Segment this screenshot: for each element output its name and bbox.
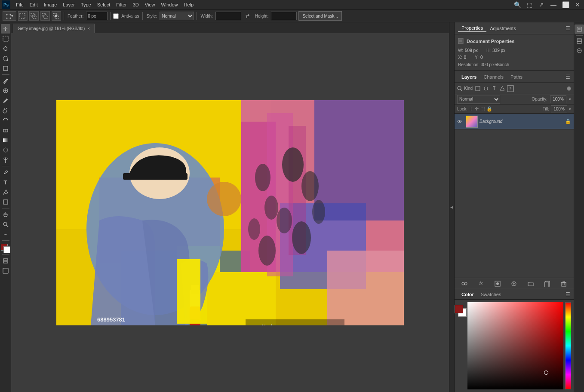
quick-select-tool[interactable] (1, 54, 10, 63)
layers-tab[interactable]: Layers (458, 74, 480, 80)
layers-menu-btn[interactable]: ☰ (566, 74, 570, 80)
type-filter-btn[interactable]: T (491, 85, 498, 92)
menu-help[interactable]: Help (181, 1, 197, 8)
quick-mask-mode[interactable] (1, 256, 10, 266)
fg-color-swatch[interactable] (455, 305, 463, 313)
dodge-tool[interactable] (1, 155, 10, 165)
fill-input[interactable] (551, 105, 567, 113)
artwork-canvas[interactable]: gettyimages Daria Botieva / Eyeem 688953… (56, 100, 404, 325)
search-icon[interactable]: 🔍 (513, 0, 522, 9)
subtract-selection-btn[interactable] (40, 11, 50, 21)
width-input[interactable] (215, 12, 241, 20)
crop-tool[interactable] (1, 64, 10, 73)
eraser-tool[interactable] (1, 126, 10, 135)
maximize-btn[interactable]: ⬜ (561, 0, 570, 9)
fill-chevron[interactable]: ▾ (569, 107, 571, 111)
blend-mode-select[interactable]: Normal (457, 95, 500, 104)
adjustments-panel-icon[interactable] (575, 46, 584, 55)
adjustment-filter-btn[interactable] (483, 85, 489, 92)
lasso-tool[interactable] (1, 44, 10, 53)
layer-name[interactable]: Background (479, 119, 563, 124)
marquee-tool[interactable] (1, 34, 10, 43)
menu-view[interactable]: View (142, 1, 158, 8)
svg-rect-30 (4, 260, 7, 262)
shape-filter-btn[interactable] (499, 85, 506, 92)
background-color[interactable] (3, 246, 10, 253)
layer-visibility-icon[interactable]: 👁 (457, 119, 464, 125)
anti-alias-checkbox[interactable] (113, 13, 119, 19)
new-selection-btn[interactable] (18, 11, 28, 21)
lock-artboard-btn[interactable]: ⬚ (480, 106, 485, 112)
opacity-input[interactable] (550, 95, 566, 103)
pixel-filter-btn[interactable] (474, 85, 481, 92)
lock-position-btn[interactable]: ✛ (475, 106, 479, 112)
menu-filter[interactable]: Filter (113, 1, 129, 8)
opacity-chevron[interactable]: ▾ (569, 97, 571, 101)
add-adjustment-btn[interactable] (510, 279, 518, 288)
smart-filter-btn[interactable]: S (507, 85, 514, 92)
feather-input[interactable] (86, 12, 108, 20)
tab-close-btn[interactable]: × (87, 26, 90, 31)
menu-window[interactable]: Window (158, 1, 181, 8)
hue-spectrum[interactable] (565, 302, 571, 389)
style-select[interactable]: Normal (160, 12, 194, 20)
menu-select[interactable]: Select (94, 1, 114, 8)
swap-dimensions-icon[interactable]: ⇄ (243, 11, 252, 21)
properties-menu-btn[interactable]: ☰ (566, 25, 570, 31)
menu-edit[interactable]: Edit (27, 1, 41, 8)
add-group-btn[interactable] (526, 279, 535, 288)
color-picker-gradient[interactable] (467, 302, 563, 389)
swatches-tab[interactable]: Swatches (477, 291, 505, 298)
heal-tool[interactable] (1, 86, 10, 95)
height-input[interactable] (271, 12, 297, 20)
more-tools[interactable]: ··· (1, 230, 10, 239)
background-layer[interactable]: 👁 Background 🔒 (455, 114, 574, 129)
minimize-btn[interactable]: — (549, 0, 558, 9)
eyedropper-tool[interactable] (1, 76, 10, 86)
intersect-selection-btn[interactable] (52, 11, 61, 21)
layers-panel-icon[interactable] (575, 37, 584, 46)
clone-stamp-tool[interactable] (1, 106, 10, 115)
adjustments-tab[interactable]: Adjustments (486, 25, 519, 32)
gradient-tool[interactable] (1, 135, 10, 145)
menu-file[interactable]: File (13, 1, 27, 8)
add-selection-btn[interactable] (29, 11, 39, 21)
menu-layer[interactable]: Layer (60, 1, 78, 8)
menu-3d[interactable]: 3D (130, 1, 142, 8)
menu-image[interactable]: Image (41, 1, 60, 8)
marquee-tool-options[interactable]: ⬚▾ (3, 11, 16, 21)
pen-tool[interactable] (1, 168, 10, 177)
document-tab[interactable]: Getty image.jpg @ 161% (RGB/8#) × (13, 24, 95, 33)
workspace-icon[interactable]: ⬚ (525, 0, 534, 9)
channels-tab[interactable]: Channels (480, 74, 507, 80)
filter-toggle[interactable] (567, 86, 571, 91)
shape-tool[interactable] (1, 197, 10, 207)
blur-tool[interactable] (1, 145, 10, 155)
delete-layer-btn[interactable] (559, 279, 568, 288)
color-menu-btn[interactable]: ☰ (566, 291, 570, 297)
hand-tool[interactable] (1, 210, 10, 219)
lock-pixels-btn[interactable]: ⊹ (469, 106, 473, 112)
path-select-tool[interactable] (1, 187, 10, 197)
screen-mode[interactable] (1, 266, 10, 276)
menu-type[interactable]: Type (78, 1, 94, 8)
color-tab[interactable]: Color (458, 291, 477, 298)
link-layers-btn[interactable] (460, 279, 469, 288)
select-mask-button[interactable]: Select and Mask... (298, 11, 341, 21)
properties-tab[interactable]: Properties (458, 24, 486, 32)
add-fx-btn[interactable]: fx (477, 279, 486, 288)
close-btn[interactable]: ✕ (573, 0, 582, 9)
text-tool[interactable]: T (1, 178, 10, 187)
canvas-container[interactable]: gettyimages Daria Botieva / Eyeem 688953… (11, 33, 449, 392)
history-brush-tool[interactable] (1, 116, 10, 125)
brush-tool[interactable] (1, 96, 10, 105)
zoom-tool[interactable] (1, 220, 10, 229)
add-mask-btn[interactable] (493, 279, 502, 288)
lock-all-btn[interactable]: 🔒 (486, 106, 492, 112)
move-tool[interactable]: ✛ (1, 24, 10, 34)
new-layer-btn[interactable] (543, 279, 551, 288)
properties-panel-icon[interactable] (575, 24, 584, 34)
panel-collapse-bar[interactable]: ◀ (449, 22, 454, 392)
paths-tab[interactable]: Paths (507, 74, 526, 80)
share-icon[interactable]: ↗ (537, 0, 546, 9)
